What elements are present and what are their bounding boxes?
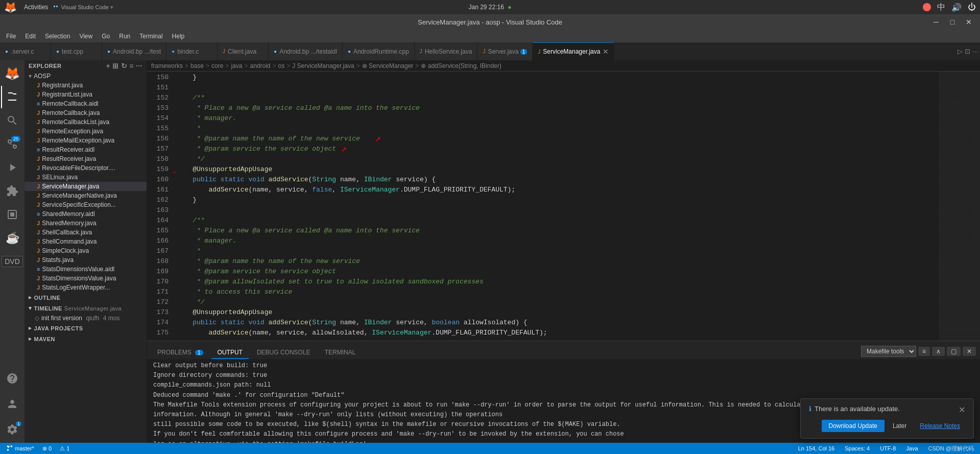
activity-run[interactable]	[1, 156, 23, 179]
bc-os[interactable]: os	[278, 62, 285, 69]
activity-account[interactable]	[1, 393, 23, 415]
bc-file[interactable]: J ServiceManager.java	[292, 62, 354, 69]
popup-close-btn[interactable]: ✕	[959, 405, 965, 415]
later-button[interactable]: Later	[888, 420, 912, 432]
java-projects-section[interactable]: ▸ JAVA PROJECTS	[25, 323, 147, 333]
input-method[interactable]: 中	[937, 2, 945, 13]
new-file-icon[interactable]: +	[106, 62, 110, 70]
menu-go[interactable]: Go	[98, 32, 114, 41]
encoding-status[interactable]: UTF-8	[878, 445, 898, 451]
maven-section[interactable]: ▸ MAVEN	[25, 333, 147, 344]
outline-section[interactable]: ▸ OUTLINE	[25, 292, 147, 303]
activity-firefox[interactable]: 🦊	[1, 62, 23, 85]
window-close-btn[interactable]: ✕	[962, 16, 976, 28]
activity-java[interactable]: ☕	[1, 227, 23, 249]
tab-problems[interactable]: PROBLEMS 1	[151, 347, 209, 359]
tab-helloservice-java[interactable]: J HelloService.java	[415, 42, 478, 60]
tab-server-c[interactable]: ● .server.c	[0, 42, 51, 60]
tab-server-java[interactable]: J Server.java 1	[477, 42, 533, 60]
tab-terminal[interactable]: TERMINAL	[319, 347, 362, 359]
more-icon[interactable]: ···	[972, 47, 978, 55]
git-branch-status[interactable]: master*	[4, 445, 36, 452]
refresh-icon[interactable]: ↻	[121, 62, 128, 70]
panel-collapse-btn[interactable]: ∧	[932, 347, 945, 356]
file-servicemanagernative-java[interactable]: J ServiceManagerNative.java	[25, 191, 147, 200]
file-sharedmemory-java[interactable]: J SharedMemory.java	[25, 219, 147, 228]
file-selinux-java[interactable]: J SELinux.java	[25, 173, 147, 182]
maximize-btn[interactable]: □	[945, 16, 960, 28]
menu-view[interactable]: View	[75, 32, 97, 41]
menu-terminal[interactable]: Terminal	[135, 32, 166, 41]
system-close-btn[interactable]	[923, 3, 931, 11]
spaces-status[interactable]: Spaces: 4	[843, 445, 872, 451]
collapse-all-icon[interactable]: ≡	[129, 62, 134, 70]
language-status[interactable]: Java	[904, 445, 920, 451]
file-statsdimensionsvalue-aidl[interactable]: ≡ StatsDimensionsValue.aidl	[25, 265, 147, 274]
file-servicemanager-java[interactable]: J ServiceManager.java	[25, 182, 147, 191]
file-resultreceiver-aidl[interactable]: ≡ ResultReceiver.aidl	[25, 145, 147, 154]
feedback-status[interactable]: CSDN @理解代码	[926, 445, 976, 452]
activity-remote[interactable]	[1, 203, 23, 226]
app-dropdown[interactable]: Visual Studio Code ▾	[53, 4, 113, 11]
panel-close-btn[interactable]: ✕	[963, 347, 976, 356]
tab-android-bp-test[interactable]: ● Android.bp .../test	[102, 42, 166, 60]
output-source-select[interactable]: Makefile tools	[861, 346, 916, 357]
download-update-button[interactable]: Download Update	[822, 420, 885, 432]
menu-selection[interactable]: Selection	[41, 32, 74, 41]
activity-search[interactable]	[1, 109, 23, 132]
line-col-status[interactable]: Ln 154, Col 16	[796, 445, 837, 451]
bc-method[interactable]: ⊕ addService(String, IBinder)	[421, 62, 501, 69]
tab-binder-c[interactable]: ● binder.c	[166, 42, 218, 60]
tab-output[interactable]: OUTPUT	[211, 347, 249, 359]
bc-android[interactable]: android	[250, 62, 270, 69]
tab-servicemanager-java[interactable]: J ServiceManager.java ✕	[533, 42, 614, 60]
panel-expand-btn[interactable]: ▢	[947, 347, 961, 356]
file-sharedmemory-aidl[interactable]: ≡ SharedMemory.aidl	[25, 209, 147, 219]
code-editor[interactable]: 150 151 152 153 154 155 156 157 158 159 …	[147, 71, 980, 341]
activity-source-control[interactable]: 25	[1, 133, 23, 155]
file-resultreceiver-java[interactable]: J ResultReceiver.java	[25, 154, 147, 163]
file-servicespecificexception[interactable]: J ServiceSpecificException...	[25, 200, 147, 209]
file-shellcommand-java[interactable]: J ShellCommand.java	[25, 237, 147, 246]
file-remotecallback-aidl[interactable]: ≡ RemoteCallback.aidl	[25, 99, 147, 108]
code-text[interactable]: } /** * Place a new @a service called @a…	[173, 71, 939, 341]
bc-class[interactable]: ⊕ ServiceManager	[362, 62, 414, 69]
tab-androidruntime-cpp[interactable]: ● AndroidRuntime.cpp	[343, 42, 415, 60]
tab-debug-console[interactable]: DEBUG CONSOLE	[251, 347, 317, 359]
tab-client-java[interactable]: J Client.java	[218, 42, 269, 60]
file-statsdimensionsvalue-java[interactable]: J StatsDimensionsValue.java	[25, 274, 147, 283]
more-options-icon[interactable]: ···	[136, 62, 142, 70]
file-registrant-java[interactable]: J Registrant.java	[25, 81, 147, 90]
menu-edit[interactable]: Edit	[21, 32, 40, 41]
tab-test-cpp[interactable]: ● test.cpp	[51, 42, 102, 60]
speaker-icon[interactable]: 🔊	[951, 3, 962, 12]
activity-settings[interactable]: 1	[1, 418, 23, 441]
menu-file[interactable]: File	[2, 32, 20, 41]
file-remotecallback-java[interactable]: J RemoteCallback.java	[25, 108, 147, 117]
minimize-btn[interactable]: ─	[929, 16, 943, 28]
file-revocablefiledescriptor[interactable]: J RevocableFileDescriptor....	[25, 163, 147, 173]
split-editor-icon[interactable]: ⊡	[965, 47, 970, 55]
new-folder-icon[interactable]: ⊞	[112, 62, 119, 70]
run-icon[interactable]: ▷	[958, 47, 963, 55]
file-shellcallback-java[interactable]: J ShellCallback.java	[25, 228, 147, 237]
file-registrantlist-java[interactable]: J RegistrantList.java	[25, 90, 147, 99]
clear-output-btn[interactable]: ≡	[918, 347, 930, 356]
file-simpleclock-java[interactable]: J SimpleClock.java	[25, 246, 147, 255]
folder-aosp[interactable]: ▾ AOSP	[25, 71, 147, 81]
menu-run[interactable]: Run	[115, 32, 134, 41]
menu-help[interactable]: Help	[168, 32, 189, 41]
network-icon[interactable]: ⏻	[968, 3, 976, 12]
timeline-section[interactable]: ▾ TIMELINE ServiceManager.java	[25, 303, 147, 314]
warnings-status[interactable]: ⚠ 1	[58, 445, 71, 452]
tab-android-bp-testaidl[interactable]: ● Android.bp .../testaidl	[269, 42, 343, 60]
bc-java[interactable]: java	[231, 62, 242, 69]
errors-status[interactable]: ⊗ 0	[40, 445, 54, 452]
bc-base[interactable]: base	[190, 62, 204, 69]
activity-explorer[interactable]	[1, 86, 23, 108]
file-remoteexception-java[interactable]: J RemoteException.java	[25, 127, 147, 136]
activity-dvd[interactable]: DVD	[1, 250, 23, 273]
activity-extensions[interactable]	[1, 180, 23, 202]
release-notes-button[interactable]: Release Notes	[915, 420, 965, 432]
activity-help[interactable]	[1, 367, 23, 390]
